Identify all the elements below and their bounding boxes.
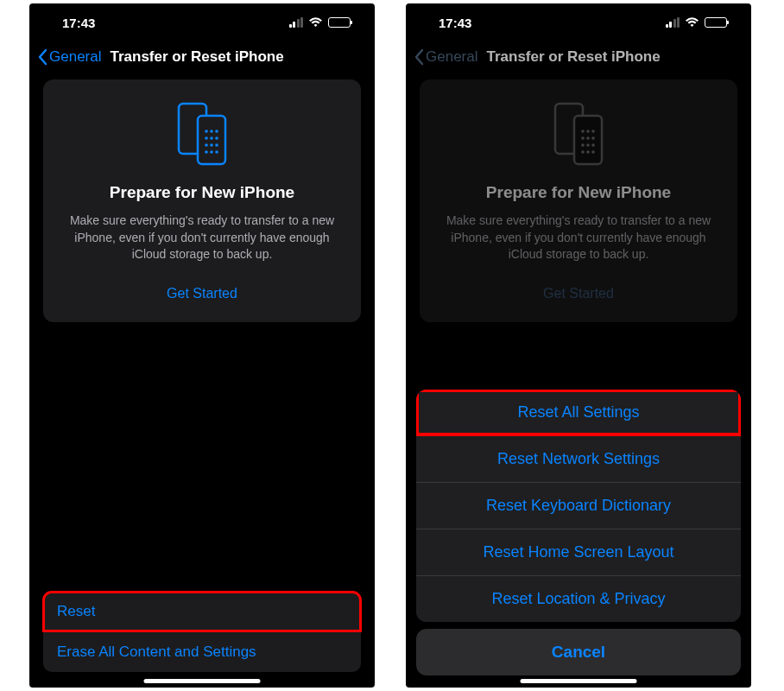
- svg-point-26: [586, 150, 590, 154]
- svg-point-7: [215, 136, 218, 140]
- back-button[interactable]: General: [38, 48, 101, 66]
- prepare-description: Make sure everything's ready to transfer…: [435, 212, 722, 263]
- svg-point-22: [581, 143, 585, 147]
- svg-point-17: [586, 130, 590, 133]
- svg-point-5: [205, 136, 208, 140]
- home-indicator[interactable]: [521, 679, 637, 683]
- svg-point-4: [215, 130, 218, 133]
- svg-point-23: [586, 143, 590, 147]
- reset-all-settings-button[interactable]: Reset All Settings: [416, 390, 741, 435]
- reset-location-privacy-button[interactable]: Reset Location & Privacy: [416, 575, 741, 622]
- reset-sheet-group: Reset All Settings Reset Network Setting…: [416, 390, 741, 622]
- wifi-icon: [685, 17, 699, 28]
- prepare-description: Make sure everything's ready to transfer…: [59, 212, 345, 263]
- svg-rect-1: [198, 116, 225, 164]
- chevron-left-icon: [38, 48, 48, 66]
- back-label: General: [426, 48, 477, 66]
- svg-point-12: [210, 150, 213, 154]
- svg-point-18: [591, 130, 595, 133]
- erase-all-button[interactable]: Erase All Content and Settings: [43, 631, 361, 672]
- page-title: Transfer or Reset iPhone: [486, 48, 660, 66]
- svg-point-21: [591, 136, 595, 140]
- svg-point-19: [581, 136, 585, 140]
- svg-point-24: [591, 143, 595, 147]
- prepare-title: Prepare for New iPhone: [59, 183, 345, 202]
- svg-point-20: [586, 136, 590, 140]
- prepare-card: Prepare for New iPhone Make sure everyth…: [420, 79, 737, 322]
- reset-home-screen-layout-button[interactable]: Reset Home Screen Layout: [416, 529, 741, 575]
- svg-point-8: [205, 143, 208, 147]
- battery-icon: [705, 17, 727, 28]
- reset-keyboard-dictionary-button[interactable]: Reset Keyboard Dictionary: [416, 482, 741, 529]
- cancel-button[interactable]: Cancel: [416, 629, 741, 675]
- wifi-icon: [308, 17, 323, 28]
- back-label: General: [49, 48, 101, 66]
- svg-point-16: [581, 130, 585, 133]
- nav-bar: General Transfer or Reset iPhone: [29, 41, 375, 79]
- get-started-button: Get Started: [435, 281, 722, 307]
- options-list: Reset Erase All Content and Settings: [43, 592, 361, 672]
- phone-screen-right: 17:43 General Transfer or Reset iPhone: [406, 3, 751, 688]
- status-icons: [289, 17, 351, 28]
- svg-point-2: [205, 130, 208, 133]
- svg-point-13: [215, 150, 218, 154]
- nav-bar: General Transfer or Reset iPhone: [406, 41, 751, 79]
- back-button: General: [414, 48, 477, 66]
- svg-point-10: [215, 143, 218, 147]
- status-bar: 17:43: [406, 3, 751, 41]
- get-started-button[interactable]: Get Started: [59, 281, 345, 307]
- cellular-signal-icon: [289, 17, 304, 28]
- phone-screen-left: 17:43 General Transfer or Reset iPhone: [29, 3, 375, 688]
- status-bar: 17:43: [29, 3, 375, 41]
- chevron-left-icon: [414, 48, 425, 66]
- status-icons: [666, 17, 728, 28]
- battery-icon: [328, 17, 351, 28]
- reset-network-settings-button[interactable]: Reset Network Settings: [416, 435, 741, 482]
- reset-button[interactable]: Reset: [43, 592, 361, 631]
- transfer-devices-icon: [59, 100, 345, 168]
- cellular-signal-icon: [666, 17, 680, 28]
- status-time: 17:43: [439, 16, 471, 30]
- prepare-card: Prepare for New iPhone Make sure everyth…: [43, 79, 361, 322]
- home-indicator[interactable]: [144, 679, 261, 683]
- svg-point-27: [591, 150, 595, 154]
- page-title: Transfer or Reset iPhone: [110, 48, 283, 66]
- status-time: 17:43: [62, 16, 95, 30]
- svg-point-3: [210, 130, 213, 133]
- svg-point-9: [210, 143, 213, 147]
- svg-point-6: [210, 136, 213, 140]
- reset-action-sheet: Reset All Settings Reset Network Setting…: [416, 390, 741, 675]
- svg-rect-15: [574, 116, 602, 164]
- svg-point-25: [581, 150, 585, 154]
- transfer-devices-icon: [435, 100, 722, 168]
- prepare-title: Prepare for New iPhone: [435, 183, 722, 202]
- svg-point-11: [205, 150, 208, 154]
